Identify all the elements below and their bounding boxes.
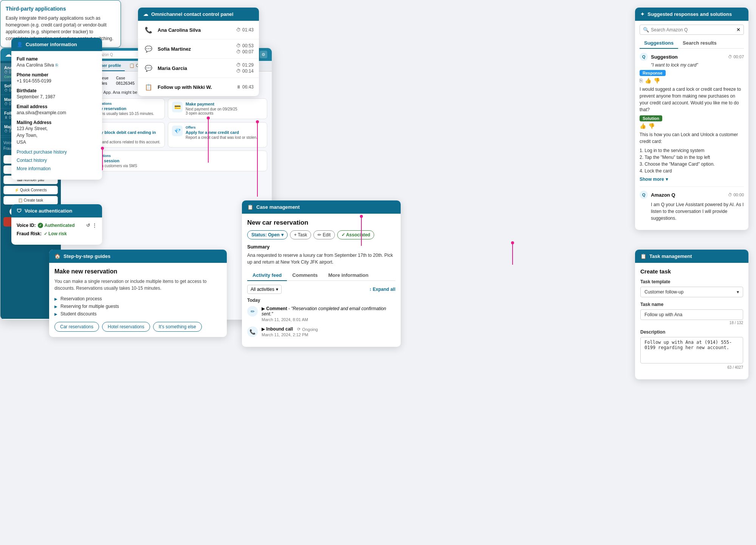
- omnichannel-icon: ☁: [143, 11, 148, 17]
- case-body: New car reservation Status: Open ▾ + Tas…: [242, 214, 401, 347]
- expand-all-btn[interactable]: ↕ Expand all: [369, 287, 395, 292]
- case-actions: Status: Open ▾ + Task ✏ Edit ✓ Associate…: [247, 230, 395, 239]
- template-select[interactable]: Customer follow-up ▾: [640, 287, 743, 297]
- guide-item-2[interactable]: ▶ Student discounts: [54, 311, 222, 317]
- connector-line-3: [257, 121, 258, 197]
- suggestion-2-label: Amazon Q: [651, 192, 725, 198]
- suggestion-1-quote: "I want to lock my card": [651, 62, 744, 68]
- case-header: 📋 Case management: [242, 200, 401, 214]
- omnichannel-title: Omnichannel contact control panel: [151, 11, 233, 17]
- contact-name-2: Maria Garcia: [158, 65, 232, 71]
- tab-more-info[interactable]: More information: [323, 270, 374, 281]
- feed-comment-date: March 11, 2024, 8:01 AM: [262, 317, 395, 322]
- product-history-link[interactable]: Product purchase history: [17, 149, 97, 155]
- connector-dot-2: [207, 116, 210, 120]
- edit-button[interactable]: ✏ Edit: [313, 230, 335, 239]
- chat-icon-1: 💬: [143, 43, 154, 54]
- more-info-link[interactable]: More information: [17, 166, 97, 171]
- mini-card-3[interactable]: 💎 Offers Apply for a new credit card Rep…: [168, 122, 267, 148]
- voice-id-status: Authenticated: [38, 223, 74, 228]
- suggested-card: ✦ Suggested responses and solutions 🔍 ✕ …: [635, 8, 748, 230]
- chevron-down-icon: ▾: [666, 177, 668, 182]
- description-field: Description Follow up with Ana at (914) …: [640, 329, 743, 370]
- guides-desc: You can make a single reservation or inc…: [54, 278, 222, 292]
- mini-card-1[interactable]: 💳 Make payment Next payment due on 09/29…: [168, 98, 267, 119]
- task-icon-3: 📋: [143, 82, 154, 92]
- mailing-field: Mailing Address 123 Any Street, Any Town…: [17, 120, 97, 145]
- voice-id-row: Voice ID: Authenticated ↺ ⋮: [17, 223, 97, 228]
- today-label: Today: [247, 298, 395, 303]
- thumbs-up-icon[interactable]: 👍: [645, 78, 651, 84]
- customer-info-title: Customer information: [26, 42, 77, 47]
- feed-item-1: 📞 ▶ Inbound call ⟳Ongoing March 11, 2024…: [247, 326, 395, 337]
- close-icon[interactable]: ✕: [736, 27, 741, 33]
- description-textarea[interactable]: Follow up with Ana at (914) 555-0199 reg…: [640, 337, 743, 363]
- field-case: Case 08126345: [116, 76, 135, 85]
- suggested-title: Suggested responses and solutions: [648, 11, 732, 17]
- guides-body: Make new reservation You can make a sing…: [49, 263, 227, 337]
- thumbs-down-icon[interactable]: 👎: [654, 78, 660, 84]
- create-task-button[interactable]: 📋 Create task: [3, 196, 58, 205]
- more-icon[interactable]: ⋮: [92, 223, 97, 228]
- contact-item-1[interactable]: 💬 Sofía Martinez ⏱00:53 ⏱00:07: [138, 39, 259, 59]
- create-task-title: Create task: [640, 268, 743, 275]
- activity-filter[interactable]: All activities ▾: [247, 285, 282, 294]
- tab-search-results[interactable]: Search results: [678, 38, 721, 49]
- connector-line-1: [102, 148, 103, 170]
- something-else-guides-button[interactable]: It's something else: [153, 322, 202, 332]
- phone-icon: 📞: [143, 25, 154, 35]
- voice-auth-body: Voice ID: Authenticated ↺ ⋮ Fraud Risk: …: [11, 217, 102, 245]
- connector-dot-5: [511, 241, 514, 244]
- full-name-label: Full name: [17, 56, 97, 62]
- divider: [640, 186, 744, 187]
- copy-icon[interactable]: ⎘: [56, 63, 58, 67]
- suggested-search-input[interactable]: [651, 27, 734, 33]
- sparkle-icon: ✦: [640, 11, 644, 17]
- response-text: I would suggest a card lock or credit ca…: [640, 86, 744, 113]
- guide-item-1[interactable]: ▶ Reserving for multiple guests: [54, 304, 222, 309]
- customer-info-header: 👤 Customer information: [11, 38, 102, 51]
- arrow-icon-0: ▶: [54, 297, 57, 301]
- associated-button[interactable]: ✓ Associated: [337, 230, 375, 239]
- tab-suggestions[interactable]: Suggestions: [640, 38, 678, 49]
- guides-footer: Car reservations Hotel reservations It's…: [54, 322, 222, 332]
- contact-item-3[interactable]: 📋 Follow up with Nikki W. ⏸06:43: [138, 78, 259, 96]
- refresh-icon[interactable]: ↺: [86, 223, 90, 228]
- task-mgmt-icon: 📋: [640, 253, 646, 259]
- connector-dot-3: [256, 120, 259, 123]
- hotel-reservations-button[interactable]: Hotel reservations: [102, 322, 150, 332]
- home-icon: 🏠: [54, 253, 60, 259]
- copy-action-icon[interactable]: ⎘: [640, 78, 643, 84]
- case-icon: 📋: [247, 204, 253, 210]
- add-task-button[interactable]: + Task: [290, 230, 311, 239]
- tab-comments[interactable]: Comments: [287, 270, 323, 281]
- tab-activity-feed[interactable]: Activity feed: [247, 270, 287, 281]
- solution-thumbs-up-icon[interactable]: 👍: [640, 123, 646, 129]
- guide-item-0[interactable]: ▶ Reservation process: [54, 296, 222, 301]
- contact-item-0[interactable]: 📞 Ana Carolina Silva ⏱01:43: [138, 21, 259, 39]
- solution-steps: 1. Log in to the servicing system 2. Tap…: [640, 147, 744, 174]
- quick-connects-button[interactable]: ⚡ Quick Connects: [3, 186, 58, 194]
- solution-intro: This is how you can Lock and Unlock a cu…: [640, 131, 744, 145]
- task-header: 📋 Task management: [635, 250, 748, 263]
- car-reservations-button[interactable]: Car reservations: [54, 322, 99, 332]
- status-button[interactable]: Status: Open ▾: [247, 230, 288, 239]
- contact-name-0: Ana Carolina Silva: [158, 27, 232, 33]
- guides-card: 🏠 Step-by-step guides Make new reservati…: [49, 250, 227, 337]
- offers-icon: 💎: [172, 126, 183, 136]
- chat-icon-2: 💬: [143, 63, 154, 73]
- solution-thumbs-down-icon[interactable]: 👎: [648, 123, 655, 129]
- suggestion-body: Q Suggestion ⏱ 00:07 "I want to lock my …: [635, 49, 748, 230]
- show-more-btn[interactable]: Show more ▾: [640, 177, 744, 182]
- fraud-risk-status: ✓ Low risk: [44, 231, 67, 236]
- gear-icon[interactable]: ⚙: [260, 51, 267, 58]
- contact-item-2[interactable]: 💬 Maria Garcia ⏱01:29 ⏱00:14: [138, 59, 259, 78]
- case-filter-row: All activities ▾ ↕ Expand all: [247, 285, 395, 294]
- connector-line-4: [361, 216, 362, 246]
- payment-icon: 💳: [172, 102, 183, 112]
- omnichannel-header: ☁ Omnichannel contact control panel: [138, 8, 259, 21]
- full-name-field: Full name Ana Carolina Silva ⎘: [17, 56, 97, 68]
- suggested-search-bar[interactable]: 🔍 ✕: [640, 25, 744, 35]
- task-name-input[interactable]: [640, 309, 743, 320]
- contact-history-link[interactable]: Contact history: [17, 158, 97, 163]
